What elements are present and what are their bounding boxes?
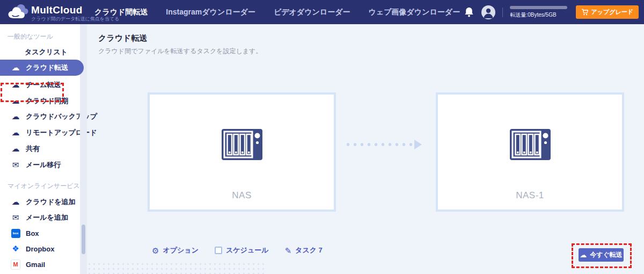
nav-cloud-transfer[interactable]: クラウド間転送 bbox=[94, 8, 148, 17]
share-icon: ☁ bbox=[11, 144, 20, 154]
cloud-backup-icon: ☁ bbox=[11, 112, 20, 121]
nav-video-downloader[interactable]: ビデオダウンローダー bbox=[274, 8, 350, 17]
source-cloud-card[interactable]: NAS bbox=[148, 92, 336, 212]
gear-icon: ⚙ bbox=[152, 247, 159, 255]
user-avatar[interactable] bbox=[481, 5, 495, 19]
schedule-checkbox[interactable] bbox=[215, 247, 222, 254]
add-mail-icon: ✉ bbox=[11, 213, 20, 222]
sidebar-item-cloud-transfer[interactable]: ☁ クラウド転送 bbox=[0, 60, 84, 76]
schedule-toggle[interactable]: スケジュール bbox=[215, 246, 269, 255]
add-cloud-icon: ☁ bbox=[11, 197, 20, 207]
dropbox-brand-icon: ❖ bbox=[11, 244, 20, 254]
transfer-now-label: 今すぐ転送 bbox=[590, 250, 623, 259]
transfer-direction-arrow bbox=[345, 140, 422, 149]
gmail-brand-icon: M bbox=[11, 259, 20, 270]
page-subtitle: クラウド間でファイルを転送するタスクを設定します。 bbox=[98, 47, 262, 56]
sidebar-item-team-transfer[interactable]: ☁ チーム転送 bbox=[0, 77, 80, 93]
mail-migration-icon: ✉ bbox=[11, 160, 20, 170]
nas-device-icon bbox=[510, 129, 551, 160]
sidebar-item-cloud-backup[interactable]: ☁ クラウドバックアップ bbox=[0, 109, 80, 125]
destination-cloud-card[interactable]: NAS-1 bbox=[436, 92, 624, 212]
sidebar-item-box[interactable]: box Box bbox=[0, 225, 80, 241]
sidebar-section-general-tools: 一般的なツール bbox=[8, 32, 53, 41]
pencil-icon: ✎ bbox=[285, 247, 292, 255]
top-header: MultCloud クラウド間のデータ転送に焦点を当てる クラウド間転送 Ins… bbox=[0, 0, 644, 24]
transfer-now-button[interactable]: ☁ 今すぐ転送 bbox=[579, 248, 624, 262]
sidebar-item-share[interactable]: ☁ 共有 bbox=[0, 141, 80, 157]
notification-bell-icon[interactable] bbox=[464, 6, 474, 18]
nas-device-icon bbox=[222, 129, 262, 160]
dotted-line bbox=[345, 141, 413, 148]
sidebar-item-gmail[interactable]: M Gmail bbox=[0, 256, 80, 272]
nav-web-image-downloader[interactable]: ウェブ画像ダウンローダー bbox=[369, 8, 460, 17]
arrow-head-icon bbox=[414, 140, 422, 149]
source-cloud-label: NAS bbox=[150, 190, 334, 201]
upgrade-button-label: アップグレード bbox=[591, 8, 633, 16]
tasklist-icon bbox=[11, 48, 19, 56]
traffic-progress-bar bbox=[510, 6, 567, 9]
team-transfer-icon: ☁ bbox=[11, 80, 20, 90]
task-name-button[interactable]: ✎ タスク 7 bbox=[285, 246, 323, 255]
options-button[interactable]: ⚙ オプション bbox=[152, 246, 199, 255]
remote-upload-icon: ☁ bbox=[11, 128, 20, 138]
sidebar-scrollbar-thumb[interactable] bbox=[82, 225, 85, 254]
header-right-cluster: 転送量:0Bytes/5GB アップグレード bbox=[464, 0, 639, 24]
sidebar-item-tasklist[interactable]: タスクリスト bbox=[0, 44, 80, 60]
multcloud-logo-icon bbox=[6, 3, 29, 21]
decorative-dot-pattern bbox=[87, 262, 264, 274]
sidebar-item-dropbox[interactable]: ❖ Dropbox bbox=[0, 241, 80, 257]
nav-instagram-downloader[interactable]: Instagramダウンローダー bbox=[166, 8, 255, 17]
sidebar-item-remote-upload[interactable]: ☁ リモートアップロード bbox=[0, 125, 80, 141]
cart-icon bbox=[581, 9, 588, 16]
task-toolbar: ⚙ オプション スケジュール ✎ タスク 7 bbox=[152, 246, 323, 255]
cloud-upload-icon: ☁ bbox=[580, 251, 587, 259]
top-nav: クラウド間転送 Instagramダウンローダー ビデオダウンローダー ウェブ画… bbox=[94, 0, 460, 24]
sidebar-item-add-cloud[interactable]: ☁ クラウドを追加 bbox=[0, 194, 80, 210]
traffic-usage: 転送量:0Bytes/5GB bbox=[510, 6, 569, 19]
upgrade-button[interactable]: アップグレード bbox=[576, 5, 639, 19]
main-content: クラウド転送 クラウド間でファイルを転送するタスクを設定します。 NAS bbox=[87, 24, 644, 274]
destination-cloud-label: NAS-1 bbox=[438, 190, 622, 201]
cloud-sync-icon: ☁ bbox=[11, 96, 20, 106]
cloud-transfer-icon: ☁ bbox=[11, 63, 20, 73]
box-brand-icon: box bbox=[11, 229, 20, 238]
traffic-usage-label: 転送量:0Bytes/5GB bbox=[510, 11, 569, 19]
sidebar-item-mail-migration[interactable]: ✉ メール移行 bbox=[0, 157, 80, 173]
sidebar-section-my-online-services: マイオンラインサービス bbox=[8, 182, 80, 191]
header-divider bbox=[502, 8, 503, 17]
sidebar-item-add-mail[interactable]: ✉ メールを追加 bbox=[0, 210, 80, 226]
page-title: クラウド転送 bbox=[98, 33, 147, 44]
sidebar-item-cloud-sync[interactable]: ☁ クラウド同期 bbox=[0, 93, 80, 109]
sidebar: 一般的なツール タスクリスト ☁ クラウド転送 ☁ チーム転送 ☁ クラウド同期… bbox=[0, 24, 87, 274]
